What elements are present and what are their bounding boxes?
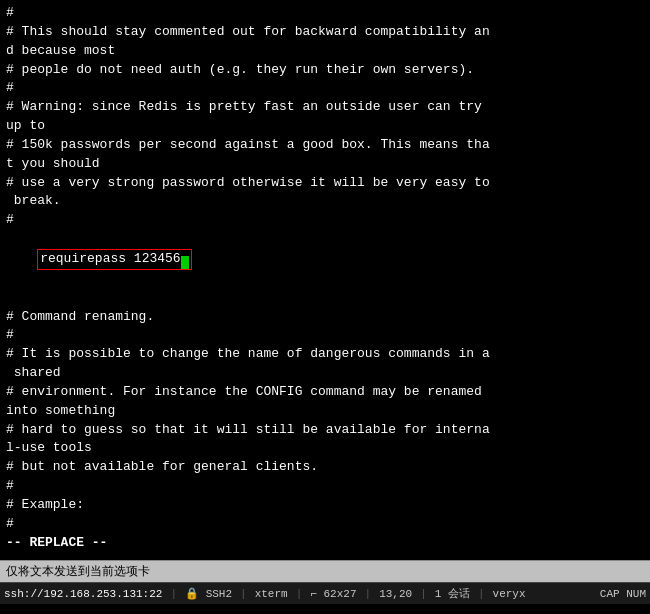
line-possible: # It is possible to change the name of d…	[6, 345, 644, 364]
requirepass-box: requirepass 123456	[37, 249, 191, 270]
line-environment: # environment. For instance the CONFIG c…	[6, 383, 644, 402]
line-hash-1: #	[6, 326, 644, 345]
line-replace: -- REPLACE --	[6, 534, 644, 553]
line-8: # 150k passwords per second against a go…	[6, 136, 644, 155]
toolbar: 仅将文本发送到当前选项卡	[0, 560, 650, 582]
toolbar-text: 仅将文本发送到当前选项卡	[6, 563, 644, 580]
line-3: d because most	[6, 42, 644, 61]
line-1: #	[6, 4, 644, 23]
line-12: #	[6, 211, 644, 230]
lock-icon: 🔒	[185, 588, 199, 600]
line-hash-3: #	[6, 515, 644, 534]
line-5: #	[6, 79, 644, 98]
line-10: # use a very strong password otherwise i…	[6, 174, 644, 193]
terminal-window[interactable]: # # This should stay commented out for b…	[0, 0, 650, 560]
line-4: # people do not need auth (e.g. they run…	[6, 61, 644, 80]
requirepass-line: requirepass 123456	[6, 230, 644, 289]
line-9: t you should	[6, 155, 644, 174]
line-2: # This should stay commented out for bac…	[6, 23, 644, 42]
status-protocol: 🔒 SSH2	[185, 587, 232, 600]
status-position: 13,20	[379, 588, 412, 600]
line-7: up to	[6, 117, 644, 136]
status-session: 1 会话	[435, 586, 470, 601]
line-hard: # hard to guess so that it will still be…	[6, 421, 644, 440]
line-hash-2: #	[6, 477, 644, 496]
line-but: # but not available for general clients.	[6, 458, 644, 477]
status-size: ⌐ 62x27	[310, 588, 356, 600]
status-terminal: xterm	[255, 588, 288, 600]
line-shared: shared	[6, 364, 644, 383]
line-blank	[6, 289, 644, 308]
status-caps: CAP NUM	[600, 588, 646, 600]
line-example: # Example:	[6, 496, 644, 515]
line-luse: l-use tools	[6, 439, 644, 458]
status-ssh: ssh://192.168.253.131:22	[4, 588, 162, 600]
line-cmd-rename: # Command renaming.	[6, 308, 644, 327]
line-6: # Warning: since Redis is pretty fast an…	[6, 98, 644, 117]
cursor	[181, 256, 189, 269]
line-into: into something	[6, 402, 644, 421]
statusbar: ssh://192.168.253.131:22 | 🔒 SSH2 | xter…	[0, 582, 650, 604]
status-user: veryx	[493, 588, 526, 600]
line-11: break.	[6, 192, 644, 211]
